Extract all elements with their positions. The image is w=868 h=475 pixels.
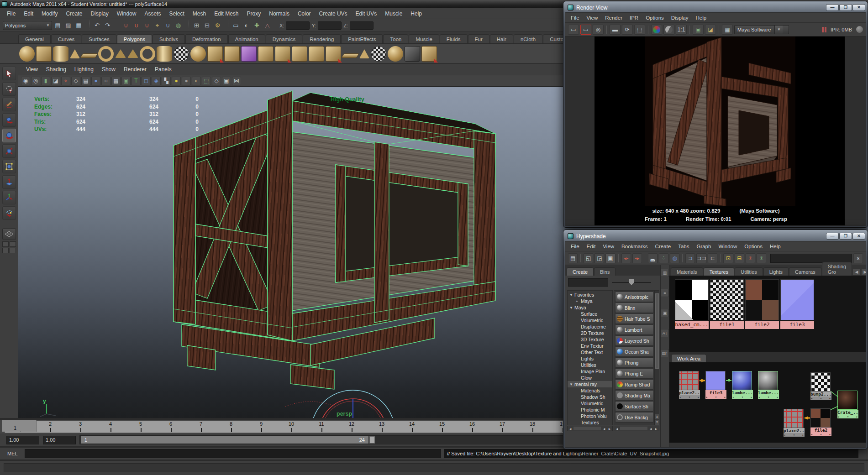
- sculpt-tool-icon[interactable]: [207, 46, 223, 62]
- menu-item[interactable]: Color: [294, 9, 315, 18]
- expand-icon[interactable]: +: [576, 299, 579, 303]
- select-camera-icon[interactable]: ◉: [21, 77, 30, 85]
- shelf-tab[interactable]: General: [18, 34, 51, 43]
- scale-tool[interactable]: [2, 144, 16, 158]
- menu-item[interactable]: File: [567, 14, 583, 22]
- panel-menu-item[interactable]: View: [22, 65, 42, 74]
- category-item[interactable]: Env Textur: [568, 343, 612, 349]
- x-field[interactable]: [286, 21, 310, 30]
- checker-icon[interactable]: ▚: [162, 77, 171, 85]
- panel-menu-item[interactable]: Show: [98, 65, 120, 74]
- shader-node[interactable]: Crate_... ▸▾▸: [837, 391, 858, 418]
- slider-knob[interactable]: [629, 279, 634, 285]
- snap-point-icon[interactable]: ∪: [142, 21, 152, 30]
- tab-scroll-left-icon[interactable]: ◀: [852, 268, 861, 276]
- keep-image-icon[interactable]: ▦: [722, 25, 733, 35]
- wireframe-display-icon[interactable]: ○: [101, 77, 110, 85]
- show-top-and-bottom-tabs-icon[interactable]: ▣: [605, 253, 615, 263]
- category-hscrollbar[interactable]: ◀◀▶: [567, 426, 613, 431]
- create-filter-input[interactable]: [568, 278, 608, 287]
- node-footer[interactable]: ▸▾▸: [810, 397, 831, 400]
- show-top-tabs-icon[interactable]: ◱: [584, 253, 593, 263]
- close-button[interactable]: ✕: [852, 4, 865, 11]
- category-item[interactable]: Volumetric: [568, 400, 612, 407]
- checker-map-icon[interactable]: [371, 46, 386, 62]
- expand-icon[interactable]: ▼: [569, 293, 573, 297]
- lasso-tool[interactable]: [2, 82, 16, 96]
- list-display-button[interactable]: ≡: [661, 289, 669, 297]
- menu-item[interactable]: Options: [741, 242, 766, 251]
- shelf-tab[interactable]: Muscle: [409, 34, 439, 43]
- node-footer[interactable]: ▸▾▸: [784, 433, 805, 437]
- menu-item[interactable]: Mesh: [189, 9, 210, 18]
- category-item[interactable]: Displaceme: [568, 324, 612, 330]
- menu-item[interactable]: IPR: [626, 14, 642, 22]
- render-view-canvas[interactable]: size: 640 x 480 zoom: 0.829 (Maya Softwa…: [565, 37, 866, 225]
- menu-item[interactable]: Create: [62, 9, 86, 18]
- alpha-channel-icon[interactable]: [663, 25, 674, 35]
- sort-reverse-button[interactable]: ▤↑: [661, 349, 669, 357]
- texture-thumbnail[interactable]: [710, 279, 744, 320]
- shader-node[interactable]: lambe... ▸▾▸: [732, 371, 753, 399]
- swatch-display-button[interactable]: ▥: [661, 269, 669, 277]
- menu-item[interactable]: Help: [766, 242, 784, 251]
- poly-pipe-icon[interactable]: [140, 46, 155, 62]
- output-connections-icon[interactable]: ⊟: [202, 21, 212, 30]
- material-hscrollbar[interactable]: ◀◀▶: [614, 426, 659, 431]
- node-swatch[interactable]: [810, 372, 831, 391]
- show-manipulator-tool[interactable]: [2, 191, 16, 204]
- poly-sphere-icon[interactable]: [19, 46, 35, 62]
- node-footer[interactable]: ▸▾▸: [810, 433, 831, 436]
- z-field[interactable]: [350, 21, 374, 30]
- menu-set-selector[interactable]: Polygons ▼: [3, 21, 52, 30]
- ipr-render-icon[interactable]: ▬: [610, 25, 621, 35]
- texture-swatch[interactable]: file2: [745, 279, 779, 352]
- persp-outliner-layout-button[interactable]: [10, 241, 16, 247]
- poly-cone-icon[interactable]: [70, 49, 80, 58]
- split-polygon-icon[interactable]: [326, 46, 341, 62]
- menu-item[interactable]: Help: [406, 9, 426, 18]
- uv-cube-icon[interactable]: [241, 46, 257, 62]
- hypershade-titlebar[interactable]: Hypershade — ❐ ✕: [565, 231, 866, 241]
- category-item[interactable]: ▼ mental ray: [568, 381, 612, 387]
- construction-history-icon[interactable]: ⚙: [213, 21, 222, 30]
- undo-icon[interactable]: ↶: [89, 21, 102, 30]
- playback-range-selection[interactable]: 1 24: [81, 436, 368, 444]
- poly-prism-icon[interactable]: [115, 49, 126, 58]
- save-scene-icon[interactable]: ▦: [74, 21, 84, 30]
- duplicate-view-icon[interactable]: ▣: [222, 77, 231, 85]
- shelf-tab[interactable]: Curves: [51, 34, 81, 43]
- show-bottom-tabs-icon[interactable]: ◲: [594, 253, 604, 263]
- material-node-button[interactable]: Surface Sh: [615, 401, 654, 412]
- grid-icon[interactable]: ◇: [71, 77, 80, 85]
- node-footer[interactable]: ▸▾▸: [705, 395, 726, 399]
- category-item[interactable]: Other Text: [568, 349, 612, 355]
- panel-menu-item[interactable]: Shading: [42, 65, 70, 74]
- work-area-tab[interactable]: Work Area: [671, 354, 706, 362]
- new-scene-icon[interactable]: ▤: [53, 21, 63, 30]
- hypershade-search-input[interactable]: [770, 254, 852, 263]
- soft-modification-tool[interactable]: [2, 175, 16, 189]
- category-item[interactable]: Surface: [568, 311, 612, 317]
- texture-swatch[interactable]: baked_cm...: [675, 279, 709, 352]
- shelf-tab[interactable]: Hair: [490, 34, 513, 43]
- menu-item[interactable]: Display: [86, 9, 112, 18]
- snap-curve-icon[interactable]: ∪: [132, 21, 141, 30]
- current-frame-indicator[interactable]: 1: [2, 420, 37, 432]
- menu-item[interactable]: Options: [642, 14, 668, 22]
- maximize-button[interactable]: ❐: [839, 4, 852, 11]
- isolate-icon[interactable]: ◇: [212, 77, 221, 85]
- panel-tab[interactable]: Bins: [594, 267, 615, 276]
- category-item[interactable]: + Maya: [568, 298, 612, 304]
- shelf-tab[interactable]: Animation: [228, 34, 265, 43]
- isolate-select-icon[interactable]: ◻: [142, 77, 151, 85]
- panel-menu-item[interactable]: Renderer: [120, 65, 151, 74]
- render-settings-icon[interactable]: ▣: [693, 25, 704, 35]
- one-to-one-zoom-icon[interactable]: 1:1: [676, 25, 687, 35]
- bevel-icon[interactable]: [309, 46, 324, 62]
- universal-manipulator-tool[interactable]: [2, 160, 16, 173]
- node-swatch[interactable]: [784, 409, 804, 428]
- menu-item[interactable]: Assets: [140, 9, 165, 18]
- node-swatch[interactable]: [810, 408, 831, 428]
- default-light-icon[interactable]: ●: [172, 77, 181, 85]
